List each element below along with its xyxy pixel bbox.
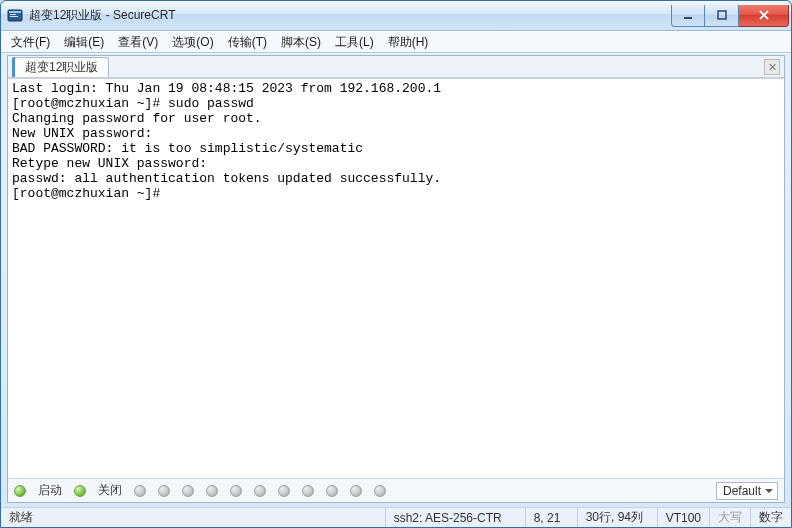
tab-active-indicator [12,57,15,77]
toolbar-dot-icon [206,485,218,497]
close-x-icon: ✕ [768,61,777,74]
client-area: 超变12职业版 ✕ Last login: Thu Jan 19 08:48:1… [7,55,785,503]
menu-transfer[interactable]: 传输(T) [228,34,267,51]
status-screen-size: 30行, 94列 [578,508,658,527]
close-button[interactable] [739,5,789,27]
toolbar-dot-icon [350,485,362,497]
svg-rect-4 [684,17,692,19]
toolbar-dot-icon [326,485,338,497]
menu-edit[interactable]: 编辑(E) [64,34,104,51]
status-caps: 大写 [710,508,751,527]
status-state: 就绪 [1,508,386,527]
keymap-combo-label: Default [723,484,761,498]
close-session-button[interactable]: 关闭 [98,482,122,499]
status-terminal-type: VT100 [658,508,710,527]
session-tab-label: 超变12职业版 [25,59,98,76]
toolbar-dot-icon [374,485,386,497]
menu-script[interactable]: 脚本(S) [281,34,321,51]
menu-file[interactable]: 文件(F) [11,34,50,51]
minimize-button[interactable] [671,5,705,27]
status-dot-close-icon [74,485,86,497]
toolbar-dot-icon [302,485,314,497]
app-window: 超变12职业版 - SecureCRT 文件(F) 编辑(E) 查看(V) 选项… [0,0,792,528]
window-title: 超变12职业版 - SecureCRT [29,7,671,24]
terminal-output[interactable]: Last login: Thu Jan 19 08:48:15 2023 fro… [8,78,784,478]
svg-rect-5 [718,11,726,19]
session-tab[interactable]: 超变12职业版 [14,57,109,77]
menu-bar: 文件(F) 编辑(E) 查看(V) 选项(O) 传输(T) 脚本(S) 工具(L… [1,31,791,53]
svg-rect-2 [10,14,16,15]
session-toolbar: 启动 关闭 Default [8,478,784,502]
toolbar-dot-icon [254,485,266,497]
status-cursor-pos: 8, 21 [526,508,578,527]
start-button[interactable]: 启动 [38,482,62,499]
status-num: 数字 [751,508,791,527]
tab-strip: 超变12职业版 ✕ [8,56,784,78]
securecrt-icon [7,8,23,24]
svg-rect-1 [9,11,21,13]
svg-rect-3 [10,16,18,17]
toolbar-dot-icon [278,485,290,497]
toolbar-dot-icon [158,485,170,497]
maximize-button[interactable] [705,5,739,27]
toolbar-dot-icon [182,485,194,497]
menu-view[interactable]: 查看(V) [118,34,158,51]
toolbar-dot-icon [230,485,242,497]
keymap-combo[interactable]: Default [716,482,778,500]
menu-tools[interactable]: 工具(L) [335,34,374,51]
title-bar[interactable]: 超变12职业版 - SecureCRT [1,1,791,31]
status-bar: 就绪 ssh2: AES-256-CTR 8, 21 30行, 94列 VT10… [1,507,791,527]
toolbar-dot-icon [134,485,146,497]
window-controls [671,5,789,27]
status-connection: ssh2: AES-256-CTR [386,508,526,527]
menu-help[interactable]: 帮助(H) [388,34,429,51]
status-dot-start-icon [14,485,26,497]
tab-close-all-button[interactable]: ✕ [764,59,780,75]
menu-options[interactable]: 选项(O) [172,34,213,51]
